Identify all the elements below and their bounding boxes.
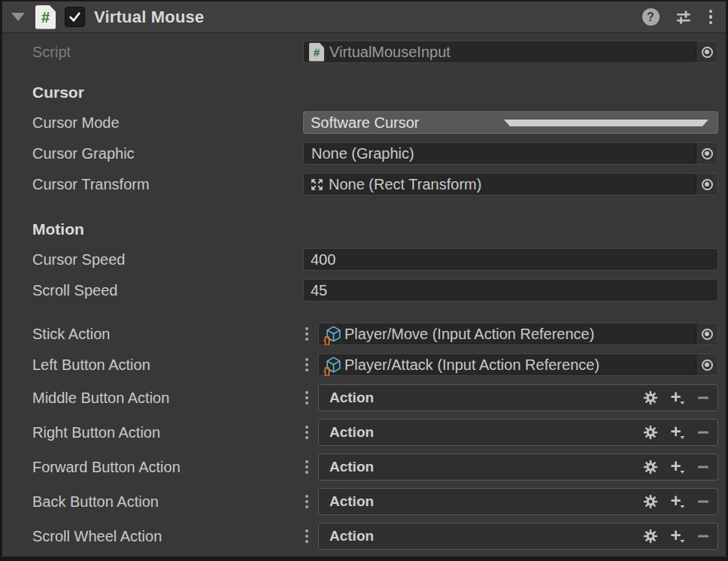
scroll-speed-label: Scroll Speed	[32, 282, 303, 299]
object-picker-icon	[702, 47, 713, 58]
rect-transform-icon	[309, 177, 325, 193]
presets-icon[interactable]	[675, 8, 693, 26]
csharp-script-icon: #	[309, 43, 324, 62]
row-options-icon[interactable]	[296, 426, 318, 439]
row-options-icon[interactable]	[296, 391, 318, 405]
row-options-icon[interactable]	[296, 460, 318, 474]
object-picker-icon	[702, 179, 713, 190]
right-button-action-row: Right Button Action Action	[32, 419, 718, 446]
scroll-wheel-action-row: Scroll Wheel Action Action	[32, 523, 718, 550]
cursor-speed-label: Cursor Speed	[32, 251, 303, 268]
left-button-action-row: Left Button Action {} Player/Attack (Inp…	[32, 353, 718, 376]
action-panel-title: Action	[329, 528, 642, 544]
cursor-graphic-value: None (Graphic)	[309, 145, 696, 162]
component-header: # Virtual Mouse ?	[2, 2, 726, 33]
help-icon[interactable]: ?	[642, 8, 660, 26]
stick-action-row: Stick Action {} Player/Move (Input Actio…	[32, 323, 718, 345]
object-picker-button[interactable]	[696, 354, 717, 375]
cursor-speed-input[interactable]: 400	[303, 248, 718, 271]
right-button-action-label: Right Button Action	[32, 424, 296, 441]
object-picker-icon	[702, 148, 713, 159]
add-binding-icon[interactable]	[669, 459, 687, 476]
cursor-transform-value: None (Rect Transform)	[329, 176, 696, 193]
row-options-icon[interactable]	[296, 327, 318, 341]
row-options-icon[interactable]	[296, 495, 318, 508]
component-enabled-checkbox[interactable]	[65, 7, 85, 27]
cursor-mode-value: Software Cursor	[311, 114, 504, 132]
cursor-transform-label: Cursor Transform	[32, 176, 303, 193]
scroll-wheel-action-label: Scroll Wheel Action	[32, 528, 296, 545]
cursor-graphic-field[interactable]: None (Graphic)	[303, 142, 718, 165]
cursor-speed-row: Cursor Speed 400	[32, 248, 718, 271]
cursor-mode-row: Cursor Mode Software Cursor	[32, 111, 718, 134]
middle-button-action-label: Middle Button Action	[32, 390, 296, 407]
action-panel-title: Action	[329, 390, 642, 406]
left-button-action-field[interactable]: {} Player/Attack (Input Action Reference…	[318, 353, 718, 376]
section-header-motion: Motion	[32, 218, 718, 241]
back-button-action-row: Back Button Action Action	[32, 488, 718, 515]
checkmark-icon	[68, 10, 82, 24]
cursor-graphic-row: Cursor Graphic None (Graphic)	[32, 142, 718, 165]
csharp-hash-glyph: #	[41, 10, 50, 25]
input-action-asset-icon: {}	[324, 355, 343, 375]
cursor-graphic-label: Cursor Graphic	[32, 145, 303, 162]
script-object-field[interactable]: # VirtualMouseInput	[303, 41, 718, 63]
action-settings-gear-icon[interactable]	[642, 390, 659, 406]
remove-binding-icon[interactable]	[696, 426, 710, 439]
cursor-transform-field[interactable]: None (Rect Transform)	[303, 173, 718, 196]
inspector-window: # Virtual Mouse ? S	[0, 0, 728, 561]
object-picker-button[interactable]	[696, 323, 717, 344]
object-picker-button[interactable]	[696, 41, 717, 62]
scroll-speed-row: Scroll Speed 45	[32, 279, 718, 302]
action-settings-gear-icon[interactable]	[642, 424, 659, 441]
cursor-mode-dropdown[interactable]: Software Cursor	[303, 111, 718, 134]
action-panel: Action	[318, 488, 718, 515]
middle-button-action-row: Middle Button Action Action	[32, 384, 718, 411]
row-options-icon[interactable]	[296, 358, 318, 371]
add-binding-icon[interactable]	[669, 528, 687, 545]
remove-binding-icon[interactable]	[696, 529, 710, 543]
object-picker-icon	[702, 359, 713, 371]
action-panel: Action	[318, 419, 718, 446]
action-panel-title: Action	[329, 459, 642, 475]
row-options-icon[interactable]	[296, 529, 318, 543]
cursor-transform-row: Cursor Transform None (Rect Transform)	[32, 173, 718, 196]
stick-action-label: Stick Action	[32, 326, 296, 343]
remove-binding-icon[interactable]	[696, 460, 710, 474]
cursor-mode-label: Cursor Mode	[32, 114, 303, 132]
stick-action-field[interactable]: {} Player/Move (Input Action Reference)	[318, 323, 718, 345]
add-binding-icon[interactable]	[669, 390, 687, 407]
action-settings-gear-icon[interactable]	[642, 493, 659, 510]
action-panel: Action	[318, 523, 718, 550]
script-row: Script # VirtualMouseInput	[32, 41, 718, 63]
forward-button-action-row: Forward Button Action Action	[32, 453, 718, 481]
action-settings-gear-icon[interactable]	[642, 528, 659, 544]
action-panel: Action	[318, 384, 718, 411]
foldout-arrow-icon[interactable]	[11, 13, 25, 21]
csharp-script-icon: #	[35, 5, 56, 29]
component-title: Virtual Mouse	[94, 8, 633, 27]
left-button-action-label: Left Button Action	[32, 356, 296, 374]
section-header-cursor: Cursor	[32, 81, 718, 104]
forward-button-action-label: Forward Button Action	[32, 459, 296, 476]
left-button-action-value: Player/Attack (Input Action Reference)	[344, 356, 696, 374]
action-panel-title: Action	[329, 424, 642, 441]
back-button-action-label: Back Button Action	[32, 493, 296, 511]
stick-action-value: Player/Move (Input Action Reference)	[344, 326, 696, 343]
object-picker-button[interactable]	[696, 143, 717, 164]
object-picker-button[interactable]	[696, 174, 717, 195]
action-settings-gear-icon[interactable]	[642, 459, 659, 475]
dropdown-caret-icon	[504, 120, 709, 126]
add-binding-icon[interactable]	[669, 493, 687, 511]
help-glyph: ?	[647, 11, 654, 24]
action-panel-title: Action	[329, 493, 642, 510]
input-action-asset-icon: {}	[324, 324, 343, 344]
action-panel: Action	[318, 453, 718, 481]
scroll-speed-input[interactable]: 45	[303, 279, 718, 302]
more-menu-icon[interactable]	[708, 8, 714, 26]
add-binding-icon[interactable]	[669, 424, 687, 441]
remove-binding-icon[interactable]	[696, 391, 710, 405]
script-field-value: VirtualMouseInput	[329, 44, 696, 61]
remove-binding-icon[interactable]	[696, 495, 710, 508]
object-picker-icon	[702, 329, 713, 340]
